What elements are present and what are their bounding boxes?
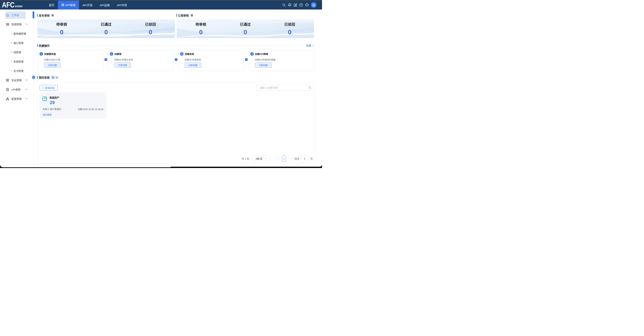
svg-text:AI: AI — [289, 4, 290, 6]
svg-text:?: ? — [300, 4, 302, 6]
